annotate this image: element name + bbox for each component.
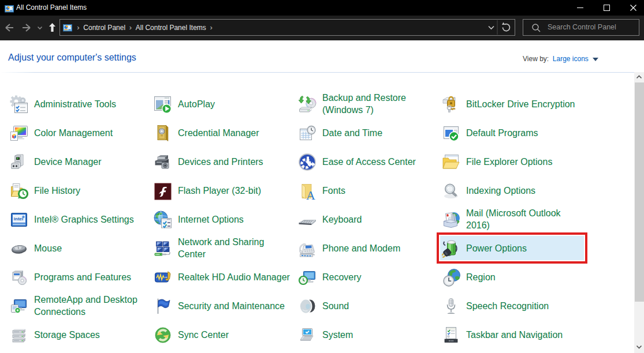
svg-text:A: A [306,188,315,200]
svg-text:intel: intel [14,216,23,221]
